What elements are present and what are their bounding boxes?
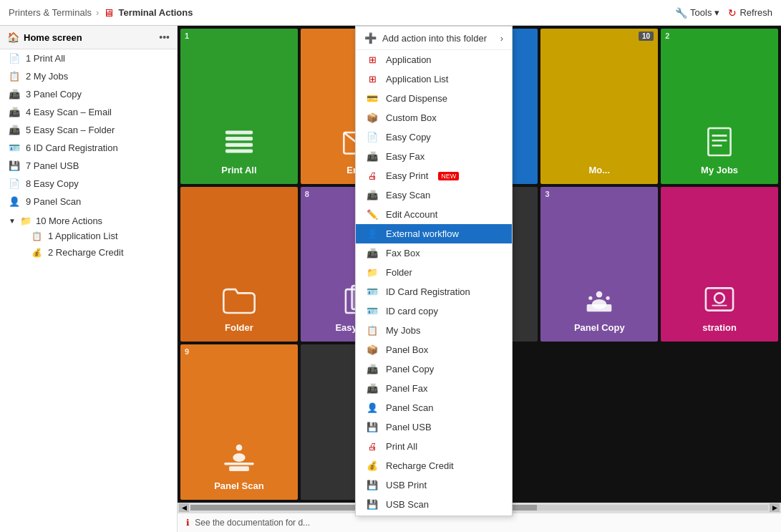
refresh-label: Refresh — [739, 7, 772, 18]
sidebar-home-header[interactable]: 🏠 Home screen ••• — [0, 26, 177, 49]
svg-rect-26 — [706, 289, 733, 311]
terminal-icon: 🖥 — [103, 6, 114, 19]
fax-box-icon: 📠 — [366, 248, 379, 258]
tile-folder[interactable]: Folder — [180, 187, 298, 342]
dropdown-item-label: My Jobs — [386, 325, 420, 336]
svg-point-30 — [233, 453, 245, 462]
sidebar-item-label: 7 Panel USB — [26, 160, 79, 171]
content-area: ➕ Add action into this folder › ⊞ Applic… — [178, 26, 781, 532]
dropdown-item-label: Custom Box — [386, 112, 437, 123]
dropdown-item-unlock-panel[interactable]: 🔓 Unlock Panel — [356, 514, 512, 516]
sidebar-subitem-label: 1 Application List — [48, 231, 118, 241]
dropdown-menu[interactable]: ⊞ Application ⊞ Application List 💳 Card … — [356, 50, 512, 516]
sidebar-item-label: 2 My Jobs — [26, 71, 68, 82]
dropdown-item-panel-scan[interactable]: 👤 Panel Scan — [356, 398, 512, 417]
more-actions-group-header[interactable]: ▼ 📁 10 More Actions — [9, 214, 168, 228]
terminal-actions-label: Terminal Actions — [118, 7, 193, 18]
topbar: Printers & Terminals › 🖥 Terminal Action… — [0, 0, 781, 26]
recharge-credit-icon: 💰 — [31, 248, 42, 258]
sidebar-subitem-recharge-credit[interactable]: 💰 2 Recharge Credit — [9, 244, 168, 261]
tile-number: 8 — [305, 190, 309, 198]
sidebar-item-easy-scan-email[interactable]: 📠 4 Easy Scan – Email — [0, 103, 177, 121]
dropdown-item-label: Application List — [386, 74, 448, 84]
tile-panel-scan[interactable]: 9 Panel Scan — [180, 344, 298, 500]
sidebar-item-easy-scan-folder[interactable]: 📠 5 Easy Scan – Folder — [0, 121, 177, 139]
printers-terminals-link[interactable]: Printers & Terminals — [9, 7, 92, 18]
tile-label: Print All — [221, 165, 256, 175]
dropdown-item-easy-copy[interactable]: 📄 Easy Copy — [356, 127, 512, 147]
topbar-actions: 🔧 Tools ▾ ↻ Refresh — [675, 7, 772, 19]
tools-button[interactable]: 🔧 Tools ▾ — [675, 7, 719, 19]
dropdown-item-id-card-registration[interactable]: 🪪 ID Card Registration — [356, 282, 512, 301]
sidebar-item-print-all[interactable]: 📄 1 Print All — [0, 49, 177, 67]
tile-my-jobs[interactable]: 2 My Jobs — [661, 29, 778, 184]
sidebar-item-my-jobs[interactable]: 📋 2 My Jobs — [0, 67, 177, 85]
dropdown-item-external-workflow[interactable]: 👤 External workflow — [356, 224, 512, 243]
dropdown-item-easy-print[interactable]: 🖨 Easy Print NEW — [356, 166, 512, 185]
dropdown-item-recharge-credit[interactable]: 💰 Recharge Credit — [356, 456, 512, 475]
tile-number: 9 — [185, 347, 189, 356]
svg-point-29 — [236, 445, 243, 451]
tools-icon: 🔧 — [675, 7, 687, 19]
tile-label: Folder — [225, 322, 253, 333]
dropdown-item-panel-box[interactable]: 📦 Panel Box — [356, 340, 512, 359]
edit-account-icon: ✏️ — [366, 209, 379, 220]
add-action-label: Add action into this folder — [382, 33, 487, 44]
dropdown-item-panel-usb[interactable]: 💾 Panel USB — [356, 417, 512, 437]
add-action-header[interactable]: ➕ Add action into this folder › — [356, 26, 512, 50]
app-list-icon: 📋 — [31, 231, 42, 241]
sidebar-options-icon[interactable]: ••• — [159, 32, 170, 43]
tile-panel-copy[interactable]: 3 Panel Copy — [540, 187, 658, 342]
dropdown-item-panel-fax[interactable]: 📠 Panel Fax — [356, 379, 512, 398]
dropdown-item-label: Easy Scan — [386, 190, 430, 200]
dropdown-item-label: Fax Box — [386, 248, 420, 258]
tile-number: 2 — [665, 32, 669, 40]
dropdown-item-panel-copy[interactable]: 📠 Panel Copy — [356, 359, 512, 379]
panel-copy-tile-icon — [581, 281, 618, 318]
panel-copy-icon: 📠 — [9, 89, 20, 100]
tile-id-card-registration[interactable]: stration — [661, 187, 778, 342]
refresh-icon: ↻ — [728, 7, 737, 19]
dropdown-item-easy-scan[interactable]: 📠 Easy Scan — [356, 185, 512, 205]
tile-number: 3 — [545, 190, 549, 198]
dropdown-item-folder[interactable]: 📁 Folder — [356, 263, 512, 282]
dropdown-item-easy-fax[interactable]: 📠 Easy Fax — [356, 147, 512, 166]
panel-scan-icon: 👤 — [9, 196, 20, 207]
refresh-button[interactable]: ↻ Refresh — [728, 7, 772, 19]
sidebar: 🏠 Home screen ••• 📄 1 Print All 📋 2 My J… — [0, 26, 178, 532]
easy-fax-icon: 📠 — [366, 151, 379, 162]
folder-menu-icon: 📁 — [366, 267, 379, 278]
panel-fax-icon: 📠 — [366, 383, 379, 394]
usb-scan-icon: 💾 — [366, 499, 379, 510]
easy-scan-folder-icon: 📠 — [9, 125, 20, 135]
info-text: See the documentation for d... — [195, 518, 310, 528]
svg-rect-25 — [587, 304, 612, 311]
print-all-menu-icon: 🖨 — [366, 441, 379, 452]
sidebar-item-id-card-registration[interactable]: 🪪 6 ID Card Registration — [0, 139, 177, 157]
dropdown-item-id-card-copy[interactable]: 🪪 ID card copy — [356, 301, 512, 321]
dropdown-item-print-all[interactable]: 🖨 Print All — [356, 437, 512, 456]
sidebar-subitem-application-list[interactable]: 📋 1 Application List — [9, 228, 168, 244]
dropdown-item-application-list[interactable]: ⊞ Application List — [356, 69, 512, 89]
dropdown-item-usb-print[interactable]: 💾 USB Print — [356, 475, 512, 495]
dropdown-item-edit-account[interactable]: ✏️ Edit Account — [356, 205, 512, 224]
my-jobs-tile-icon — [701, 123, 738, 160]
folder-icon: 📁 — [20, 216, 31, 226]
dropdown-item-fax-box[interactable]: 📠 Fax Box — [356, 243, 512, 263]
dropdown-item-custom-box[interactable]: 📦 Custom Box — [356, 108, 512, 127]
scroll-left-button[interactable]: ◀ — [179, 503, 189, 512]
scroll-right-button[interactable]: ▶ — [770, 503, 780, 512]
dropdown-item-label: Panel Copy — [386, 364, 434, 374]
sidebar-item-panel-usb[interactable]: 💾 7 Panel USB — [0, 157, 177, 175]
dropdown-item-card-dispense[interactable]: 💳 Card Dispense — [356, 89, 512, 108]
svg-point-23 — [606, 296, 610, 300]
sidebar-item-easy-copy[interactable]: 📄 8 Easy Copy — [0, 175, 177, 193]
sidebar-item-label: 9 Panel Scan — [26, 196, 81, 207]
tile-print-all[interactable]: 1 Print All — [180, 29, 298, 184]
dropdown-item-my-jobs[interactable]: 📋 My Jobs — [356, 321, 512, 340]
sidebar-item-panel-copy[interactable]: 📠 3 Panel Copy — [0, 85, 177, 103]
dropdown-item-application[interactable]: ⊞ Application — [356, 50, 512, 69]
sidebar-item-panel-scan[interactable]: 👤 9 Panel Scan — [0, 193, 177, 211]
dropdown-item-usb-scan[interactable]: 💾 USB Scan — [356, 495, 512, 514]
tile-more[interactable]: 10 Mo... — [540, 29, 658, 184]
